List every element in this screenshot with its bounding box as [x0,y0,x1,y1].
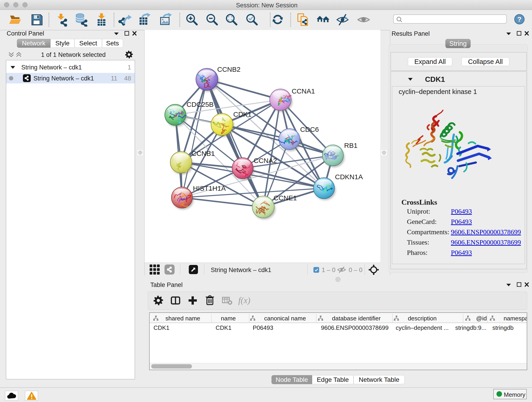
svg-text:CDC25B: CDC25B [186,101,214,108]
svg-text:CCNB1: CCNB1 [191,150,215,157]
svg-text:CCNB2: CCNB2 [217,65,241,73]
svg-text:CCNA1: CCNA1 [292,87,315,95]
svg-text:CDKN1A: CDKN1A [335,173,363,181]
svg-text:HIST1H1A: HIST1H1A [193,185,226,192]
svg-text:?: ? [517,15,521,23]
svg-text:CCNA2: CCNA2 [254,157,277,164]
svg-text:RB1: RB1 [344,142,357,149]
svg-text:CDC6: CDC6 [300,126,319,133]
svg-text:CDK1: CDK1 [233,110,252,118]
svg-text:CCNE1: CCNE1 [273,194,297,202]
